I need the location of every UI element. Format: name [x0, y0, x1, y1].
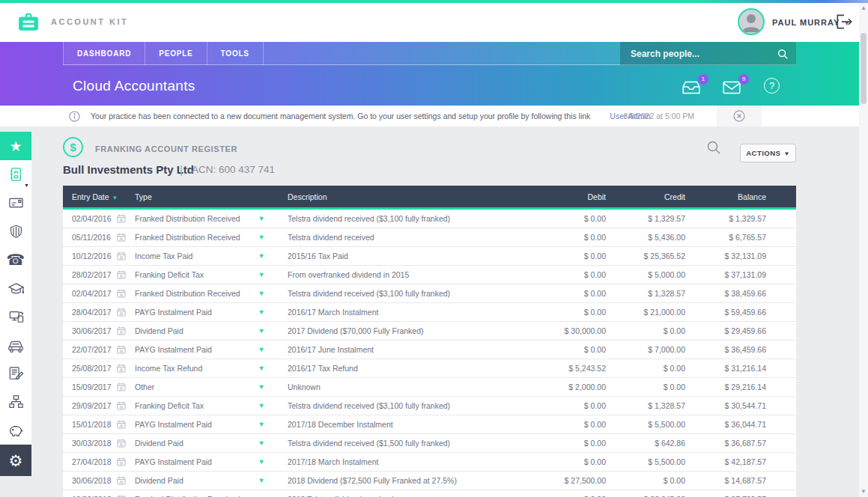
- scroll-down-icon[interactable]: ▼: [859, 487, 868, 497]
- table-row: 02/04/2017Franked Distribution Received▼…: [63, 284, 796, 303]
- search-icon[interactable]: [777, 48, 789, 60]
- calendar-icon[interactable]: [117, 251, 132, 260]
- actions-button[interactable]: ACTIONS▼: [740, 144, 796, 162]
- entry-date-cell: 29/09/2017: [63, 401, 117, 410]
- devices-share-icon: [8, 309, 24, 324]
- column-header-type[interactable]: Type: [132, 192, 273, 201]
- calendar-icon[interactable]: [117, 457, 132, 466]
- debit-cell: $ 0.00: [523, 233, 613, 242]
- type-cell: Other: [132, 382, 250, 391]
- sidebar-item-contacts[interactable]: ▼: [0, 160, 31, 189]
- sidebar-item-vehicles[interactable]: [0, 331, 31, 359]
- calendar-icon[interactable]: [117, 326, 132, 335]
- type-dropdown-caret[interactable]: ▼: [250, 215, 273, 222]
- credit-cell: $ 7,000.00: [613, 345, 694, 354]
- calendar-icon[interactable]: [117, 270, 132, 279]
- calendar-icon[interactable]: [117, 214, 132, 223]
- sidebar-item-sharing[interactable]: [0, 302, 31, 331]
- sidebar-item-structure[interactable]: [0, 388, 31, 416]
- table-row: 30/06/2018Dividend Paid▼2018 Dividend ($…: [63, 472, 796, 490]
- calendar-icon[interactable]: [117, 345, 132, 354]
- calendar-icon[interactable]: [117, 308, 132, 317]
- tab-tools[interactable]: TOOLS: [207, 42, 264, 65]
- entry-date-cell: 30/06/2018: [63, 476, 117, 485]
- nav-tabs: DASHBOARD PEOPLE TOOLS: [63, 42, 796, 65]
- type-dropdown-caret[interactable]: ▼: [250, 290, 273, 297]
- column-header-balance[interactable]: Balance: [694, 192, 796, 201]
- logout-icon[interactable]: [834, 12, 855, 33]
- table-header: Entry Date▼ Type Description Debit Credi…: [63, 186, 796, 210]
- banner-close[interactable]: [717, 106, 762, 126]
- entry-date-cell: 30/06/2017: [63, 326, 117, 335]
- company-acn: ACN: 600 437 741: [192, 164, 275, 175]
- balance-cell: $ 42,187.57: [694, 457, 796, 466]
- type-cell: Franking Deficit Tax: [132, 401, 250, 410]
- calendar-icon[interactable]: [117, 364, 132, 373]
- avatar[interactable]: [738, 8, 765, 35]
- balance-cell: $ 37,131.09: [694, 270, 796, 279]
- sidebar-item-security[interactable]: [0, 217, 31, 246]
- type-dropdown-caret[interactable]: ▼: [250, 439, 273, 447]
- type-dropdown-caret[interactable]: ▼: [250, 308, 273, 316]
- type-cell: Franked Distribution Received: [132, 289, 250, 298]
- inbox-tray-icon[interactable]: 1: [682, 79, 701, 96]
- type-dropdown-caret[interactable]: ▼: [250, 327, 273, 335]
- type-dropdown-caret[interactable]: ▼: [250, 383, 273, 391]
- description-cell: Telstra dividend received ($3,100 fully …: [273, 289, 523, 298]
- table-row: 29/09/2017Franking Deficit Tax▼Telstra d…: [63, 397, 796, 415]
- tab-people[interactable]: PEOPLE: [145, 42, 206, 65]
- entry-date-cell: 22/07/2017: [63, 345, 117, 354]
- column-header-entry-date[interactable]: Entry Date▼: [63, 192, 132, 201]
- calendar-icon[interactable]: [117, 401, 132, 410]
- type-dropdown-caret[interactable]: ▼: [250, 421, 273, 428]
- envelope-icon: [8, 196, 24, 210]
- column-header-credit[interactable]: Credit: [613, 192, 694, 201]
- debit-cell: $ 0.00: [523, 289, 613, 298]
- calendar-icon[interactable]: [117, 476, 132, 485]
- help-icon[interactable]: ?: [764, 78, 780, 94]
- scrollbar[interactable]: ▲ ▼: [859, 3, 868, 497]
- calendar-icon[interactable]: [117, 233, 132, 242]
- type-dropdown-caret[interactable]: ▼: [250, 234, 273, 241]
- star-icon: ★: [9, 139, 22, 153]
- contacts-icon: [8, 167, 23, 182]
- calendar-icon[interactable]: [117, 382, 132, 391]
- sidebar-item-settings[interactable]: ⚙: [0, 445, 31, 476]
- sidebar-item-mail[interactable]: [0, 189, 31, 217]
- scrollbar-thumb[interactable]: [861, 33, 867, 104]
- description-cell: Telstra dividend received: [273, 233, 523, 242]
- type-dropdown-caret[interactable]: ▼: [250, 402, 273, 409]
- type-dropdown-caret[interactable]: ▼: [250, 271, 273, 278]
- sidebar-item-education[interactable]: [0, 274, 31, 302]
- sidebar-item-phone[interactable]: ☎: [0, 246, 31, 274]
- search-input[interactable]: [620, 49, 777, 59]
- register-search-icon[interactable]: [706, 140, 721, 155]
- type-cell: Dividend Paid: [132, 439, 250, 448]
- document-edit-icon: [8, 366, 24, 381]
- sidebar-item-minutes[interactable]: [0, 359, 31, 388]
- sidebar-item-savings[interactable]: [0, 416, 31, 445]
- tab-dashboard[interactable]: DASHBOARD: [63, 42, 145, 65]
- type-dropdown-caret[interactable]: ▼: [250, 252, 273, 260]
- type-dropdown-caret[interactable]: ▼: [250, 365, 273, 372]
- mail-icon[interactable]: 9: [722, 79, 741, 96]
- calendar-icon[interactable]: [117, 439, 132, 448]
- type-cell: Franking Deficit Tax: [132, 270, 250, 279]
- credit-cell: $ 0.00: [613, 476, 694, 485]
- type-dropdown-caret[interactable]: ▼: [250, 346, 273, 353]
- calendar-icon[interactable]: [117, 420, 132, 429]
- main-content: $ FRANKING ACCOUNT REGISTER ACTIONS▼ Bul…: [63, 132, 796, 497]
- scroll-up-icon[interactable]: ▲: [859, 3, 868, 13]
- type-dropdown-caret[interactable]: ▼: [250, 477, 273, 484]
- calendar-icon[interactable]: [117, 289, 132, 298]
- phone-icon: ☎: [7, 252, 25, 267]
- register-header: $ FRANKING ACCOUNT REGISTER ACTIONS▼: [63, 132, 796, 163]
- description-cell: Telstra dividend received ($1,500 fully …: [273, 439, 523, 448]
- sidebar-item-favourites[interactable]: ★: [0, 132, 31, 160]
- entry-date-cell: 02/04/2017: [63, 289, 117, 298]
- type-dropdown-caret[interactable]: ▼: [250, 458, 273, 466]
- column-header-debit[interactable]: Debit: [523, 192, 613, 201]
- app-window: ACCOUNT KIT PAUL MURRAY▼ DASHBOARD PEOPL…: [0, 0, 868, 497]
- notification-banner: Your practice has been connected to a ne…: [0, 106, 859, 126]
- column-header-description[interactable]: Description: [273, 192, 523, 201]
